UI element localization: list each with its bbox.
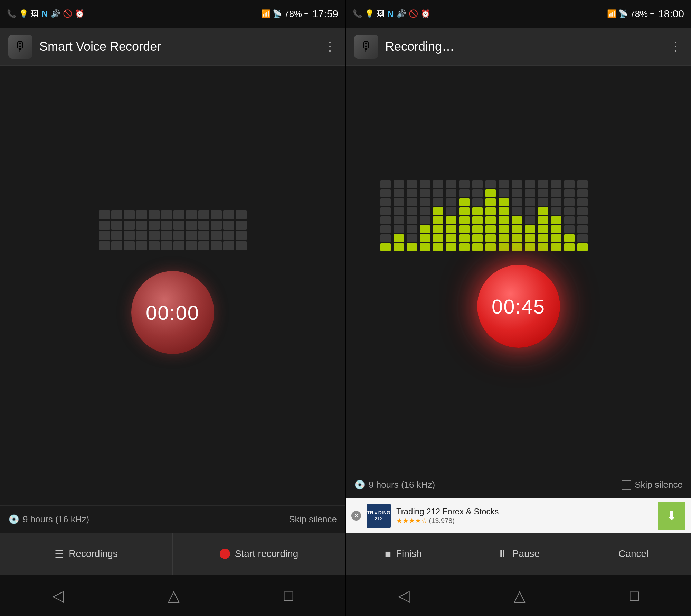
viz-segment — [420, 180, 430, 188]
viz-segment — [459, 189, 470, 197]
storage-icon-left: 💿 — [8, 514, 19, 525]
viz-segment — [551, 198, 561, 206]
storage-text-left: 9 hours (16 kHz) — [23, 514, 89, 525]
ad-logo-text: TR▲DING212 — [367, 510, 390, 522]
ad-download-button[interactable]: ⬇ — [658, 502, 685, 530]
battery-plus-left: + — [304, 10, 308, 18]
nav-bar-left: ◁ △ □ — [0, 575, 345, 616]
home-button-right[interactable]: △ — [514, 587, 526, 604]
viz-segment — [380, 216, 391, 224]
viz-segment — [472, 234, 483, 242]
back-button-right[interactable]: ◁ — [398, 587, 410, 604]
viz-segment — [538, 243, 548, 251]
viz-cell — [111, 221, 122, 230]
viz-cell — [173, 221, 184, 230]
time-right: 18:00 — [658, 8, 684, 20]
hamburger-icon: ☰ — [55, 548, 64, 560]
viz-segment — [407, 180, 417, 188]
image-icon-r: 🖼 — [377, 9, 385, 18]
viz-segment — [446, 216, 456, 224]
action-bar-left: ☰ Recordings Start recording — [0, 533, 345, 575]
timer-display-right: 00:45 — [492, 295, 545, 318]
viz-segment — [512, 189, 522, 197]
viz-cell — [111, 231, 122, 240]
viz-segment — [459, 234, 470, 242]
cancel-button[interactable]: Cancel — [576, 533, 691, 575]
viz-cell — [223, 210, 234, 219]
viz-segment — [459, 180, 470, 188]
skip-silence-right[interactable]: Skip silence — [622, 479, 683, 490]
viz-segment — [472, 189, 483, 197]
ad-close-button[interactable]: ✕ — [351, 511, 361, 521]
nfc-icon: N — [41, 9, 48, 19]
skip-silence-checkbox-right[interactable] — [622, 480, 631, 490]
viz-segment — [577, 180, 588, 188]
viz-column — [394, 180, 404, 251]
viz-segment — [564, 225, 575, 233]
viz-segment — [551, 189, 561, 197]
viz-segment — [380, 234, 391, 242]
phone-icon: 📞 — [7, 9, 16, 18]
viz-column — [499, 180, 509, 251]
skip-silence-left[interactable]: Skip silence — [276, 514, 337, 525]
pause-button[interactable]: ⏸ Pause — [461, 533, 576, 575]
viz-segment — [538, 216, 548, 224]
viz-segment — [472, 225, 483, 233]
recordings-button[interactable]: ☰ Recordings — [0, 533, 173, 575]
viz-segment — [564, 180, 575, 188]
viz-segment — [525, 198, 535, 206]
viz-segment — [485, 216, 496, 224]
viz-segment — [525, 207, 535, 215]
viz-segment — [538, 207, 548, 215]
back-button-left[interactable]: ◁ — [52, 587, 64, 604]
recents-button-right[interactable]: □ — [630, 587, 639, 604]
wifi-icon: 📶 — [261, 9, 271, 18]
viz-segment — [577, 216, 588, 224]
storage-text-right: 9 hours (16 kHz) — [369, 479, 435, 490]
time-left: 17:59 — [312, 8, 338, 20]
viz-segment — [564, 198, 575, 206]
viz-segment — [551, 225, 561, 233]
viz-segment — [551, 216, 561, 224]
viz-segment — [499, 243, 509, 251]
viz-cell — [223, 241, 234, 250]
menu-button-right[interactable]: ⋮ — [670, 39, 683, 54]
record-button-right[interactable]: 00:45 — [477, 265, 560, 348]
status-right-left: 📶 📡 78% + 17:59 — [261, 8, 338, 20]
recents-button-left[interactable]: □ — [284, 587, 293, 604]
menu-button-left[interactable]: ⋮ — [324, 39, 337, 54]
recordings-label: Recordings — [69, 548, 118, 559]
app-header-left: Smart Voice Recorder ⋮ — [0, 28, 345, 66]
viz-segment — [512, 216, 522, 224]
record-button-left[interactable]: 00:00 — [131, 271, 214, 354]
viz-cell — [211, 231, 222, 240]
ad-rating-row: ★★★★☆ (13.978) — [396, 516, 652, 525]
ad-banner[interactable]: ✕ TR▲DING212 Trading 212 Forex & Stocks … — [346, 498, 691, 533]
start-recording-button[interactable]: Start recording — [173, 533, 345, 575]
viz-cell — [236, 231, 247, 240]
info-bar-left: 💿 9 hours (16 kHz) Skip silence — [0, 505, 345, 533]
storage-info-left: 💿 9 hours (16 kHz) — [8, 514, 89, 525]
viz-segment — [564, 243, 575, 251]
viz-cell — [149, 210, 160, 219]
viz-cell — [198, 221, 209, 230]
viz-segment — [564, 207, 575, 215]
stop-icon: ■ — [385, 548, 391, 560]
viz-cell — [161, 221, 172, 230]
nfc-icon-r: N — [387, 9, 394, 19]
viz-segment — [380, 207, 391, 215]
viz-cell — [186, 241, 197, 250]
home-button-left[interactable]: △ — [168, 587, 180, 604]
skip-silence-checkbox-left[interactable] — [276, 515, 285, 524]
no-sign-icon-r: 🚫 — [409, 9, 418, 18]
finish-button[interactable]: ■ Finish — [346, 533, 461, 575]
alarm-icon: ⏰ — [75, 9, 84, 18]
phone-icon-r: 📞 — [353, 9, 362, 18]
start-recording-label: Start recording — [235, 548, 299, 559]
viz-segment — [564, 216, 575, 224]
viz-column — [472, 180, 483, 251]
info-bar-right: 💿 9 hours (16 kHz) Skip silence — [346, 471, 691, 498]
viz-segment — [538, 189, 548, 197]
viz-cell — [136, 241, 147, 250]
viz-cell — [223, 221, 234, 230]
